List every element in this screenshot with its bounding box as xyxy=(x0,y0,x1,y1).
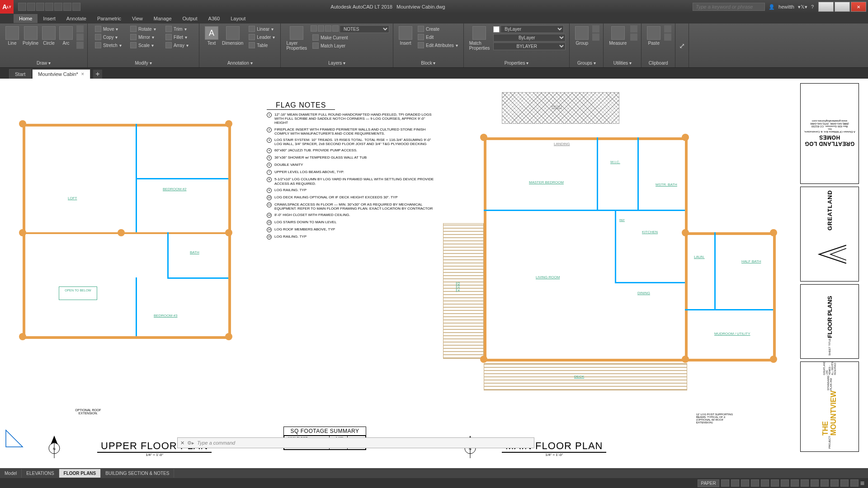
panel-label[interactable]: Block ▾ xyxy=(397,60,460,66)
draw-icon[interactable] xyxy=(76,33,84,41)
sheet-tab[interactable]: Model xyxy=(0,469,22,478)
status-button[interactable] xyxy=(811,479,819,487)
qat-open-icon[interactable] xyxy=(27,3,35,11)
ribbon-tab-manage[interactable]: Manage xyxy=(148,14,177,23)
insert-button[interactable]: Insert xyxy=(397,25,414,47)
status-button[interactable] xyxy=(731,479,739,487)
help-icon[interactable]: ? xyxy=(811,4,814,9)
exchange-icon[interactable]: ▾𝕏▾ xyxy=(798,4,807,10)
close-button[interactable]: ✕ xyxy=(851,2,866,12)
file-tab[interactable]: Start xyxy=(9,69,31,79)
copy-button[interactable]: Copy ▾ xyxy=(93,33,125,41)
qat-redo-icon[interactable] xyxy=(72,3,80,11)
layer-icon[interactable] xyxy=(311,25,317,32)
maximize-button[interactable]: ▭ xyxy=(835,2,850,12)
status-button[interactable] xyxy=(850,479,859,487)
linear-button[interactable]: Linear ▾ xyxy=(247,25,277,33)
layer-icon[interactable] xyxy=(325,25,331,32)
groups-icon[interactable] xyxy=(592,33,599,41)
mirror-button[interactable]: Mirror ▾ xyxy=(128,33,160,41)
group-button[interactable]: Group xyxy=(573,25,590,47)
help-search-input[interactable] xyxy=(693,3,765,11)
status-button[interactable] xyxy=(781,479,789,487)
ribbon-tab-parametric[interactable]: Parametric xyxy=(92,14,127,23)
space-toggle[interactable]: PAPER xyxy=(698,479,719,487)
create-button[interactable]: Create xyxy=(416,25,460,33)
user-label[interactable]: hewitth xyxy=(778,4,794,9)
status-button[interactable] xyxy=(761,479,769,487)
status-button[interactable] xyxy=(801,479,809,487)
move-button[interactable]: Move ▾ xyxy=(93,25,125,33)
customize-icon[interactable]: ≡ xyxy=(860,479,864,487)
minimize-button[interactable]: — xyxy=(818,2,834,12)
circle-button[interactable]: Circle xyxy=(40,25,57,47)
close-tab-icon[interactable]: ✕ xyxy=(81,72,85,76)
cmd-close-icon[interactable]: ✕ xyxy=(180,440,184,446)
color-swatch[interactable] xyxy=(493,26,500,33)
command-line[interactable]: ✕ ⚙▸ Type a command xyxy=(177,437,534,448)
status-button[interactable] xyxy=(741,479,749,487)
ribbon-expand[interactable]: ⤢ xyxy=(675,23,689,67)
ribbon-tab-insert[interactable]: Insert xyxy=(38,14,61,23)
signin-icon[interactable]: 👤 xyxy=(769,4,775,10)
make-current-button[interactable]: Make Current xyxy=(311,34,389,41)
panel-label[interactable]: Utilities ▾ xyxy=(607,60,637,66)
layer-dropdown[interactable]: NOTES xyxy=(340,25,389,33)
sheet-tab[interactable]: BUILDING SECTION & NOTES xyxy=(101,469,174,478)
fillet-button[interactable]: Fillet ▾ xyxy=(164,33,195,41)
rotate-button[interactable]: Rotate ▾ xyxy=(128,25,160,33)
leader-button[interactable]: Leader ▾ xyxy=(247,33,277,41)
ribbon-tab-output[interactable]: Output xyxy=(177,14,203,23)
draw-icon[interactable] xyxy=(76,42,84,49)
scale-button[interactable]: Scale ▾ xyxy=(128,42,160,49)
qat-saveas-icon[interactable] xyxy=(45,3,53,11)
panel-label[interactable]: Draw ▾ xyxy=(4,60,84,66)
match-properties-button[interactable]: Match Properties xyxy=(467,25,492,52)
table-button[interactable]: Table xyxy=(247,42,277,49)
sheet-tab[interactable]: FLOOR PLANS xyxy=(59,469,101,478)
util-icon[interactable] xyxy=(630,33,637,41)
layer-icon[interactable] xyxy=(318,25,324,32)
ucs-icon[interactable] xyxy=(5,426,27,450)
match-layer-button[interactable]: Match Layer xyxy=(311,42,389,49)
clip-icon[interactable] xyxy=(664,25,671,33)
color-dropdown[interactable]: ByLayer xyxy=(500,25,564,33)
text-button[interactable]: AText xyxy=(203,25,220,47)
status-button[interactable] xyxy=(821,479,829,487)
ribbon-tab-a360[interactable]: A360 xyxy=(203,14,226,23)
qat-undo-icon[interactable] xyxy=(63,3,71,11)
paste-button[interactable]: Paste xyxy=(645,25,662,47)
status-button[interactable] xyxy=(840,479,849,487)
edit-attributes-button[interactable]: Edit Attributes ▾ xyxy=(416,42,460,49)
layer-icon[interactable] xyxy=(332,25,339,32)
ribbon-tab-home[interactable]: Home xyxy=(14,14,38,23)
status-button[interactable] xyxy=(830,479,839,487)
ribbon-tab-view[interactable]: View xyxy=(127,14,148,23)
draw-icon[interactable] xyxy=(76,25,84,33)
qat-save-icon[interactable] xyxy=(36,3,44,11)
app-logo[interactable]: ALT xyxy=(0,0,14,14)
stretch-button[interactable]: Stretch ▾ xyxy=(93,42,125,49)
status-button[interactable] xyxy=(771,479,779,487)
array-button[interactable]: Array ▾ xyxy=(164,42,195,49)
polyline-button[interactable]: Polyline xyxy=(21,25,40,47)
layer-properties-button[interactable]: Layer Properties xyxy=(284,25,309,52)
clip-icon[interactable] xyxy=(664,33,671,41)
linetype-dropdown[interactable]: BYLAYER xyxy=(493,42,566,50)
measure-button[interactable]: Measure xyxy=(607,25,628,47)
edit-button[interactable]: Edit xyxy=(416,33,460,41)
ribbon-tab-annotate[interactable]: Annotate xyxy=(61,14,92,23)
drawing-canvas[interactable]: OPEN TO BELOW LOFT BEDROOM #2 BATH BEDRO… xyxy=(0,79,868,468)
groups-icon[interactable] xyxy=(592,25,599,33)
sheet-tab[interactable]: ELEVATIONS xyxy=(22,469,59,478)
trim-button[interactable]: Trim ▾ xyxy=(164,25,195,33)
status-button[interactable] xyxy=(751,479,759,487)
arc-button[interactable]: Arc xyxy=(57,25,75,47)
status-button[interactable] xyxy=(791,479,799,487)
dimension-button[interactable]: Dimension xyxy=(220,25,245,47)
lineweight-dropdown[interactable]: ByLayer xyxy=(493,34,566,42)
util-icon[interactable] xyxy=(630,25,637,33)
panel-label[interactable]: Annotation ▾ xyxy=(203,60,277,66)
ribbon-tab-layout[interactable]: Layout xyxy=(225,14,251,23)
file-tab[interactable]: Mountview Cabin*✕ xyxy=(32,69,90,79)
